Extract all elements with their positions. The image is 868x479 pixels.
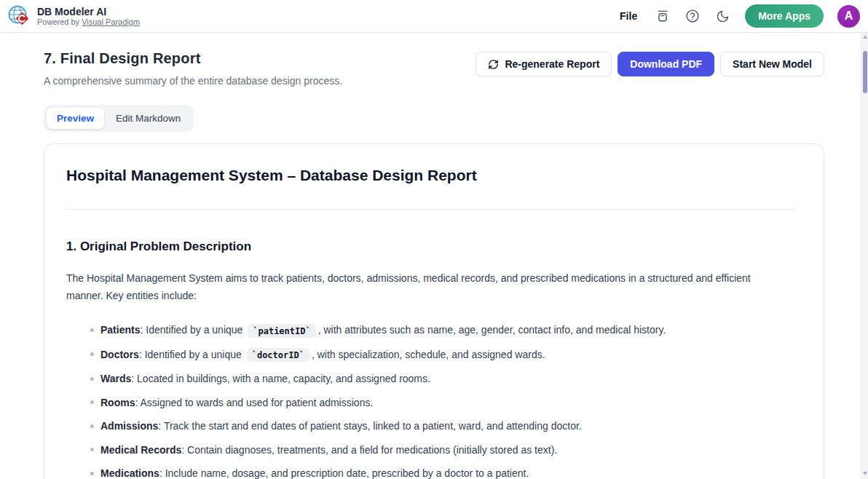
entity-list: Patients: Identified by a unique `patien… bbox=[66, 322, 794, 479]
list-item-doctors: Doctors: Identified by a unique `doctorI… bbox=[100, 347, 794, 363]
list-item-admissions: Admissions: Track the start and end date… bbox=[100, 418, 794, 434]
vertical-scrollbar[interactable] bbox=[861, 33, 868, 479]
tab-edit-markdown[interactable]: Edit Markdown bbox=[106, 108, 191, 129]
inline-code: `patientID` bbox=[248, 324, 315, 338]
download-pdf-button[interactable]: Download PDF bbox=[618, 52, 714, 76]
view-mode-tabs: Preview Edit Markdown bbox=[44, 105, 194, 132]
brand: DB Modeler AI Powered by Visual Paradigm bbox=[7, 4, 140, 28]
regenerate-report-label: Re-generate Report bbox=[505, 58, 599, 70]
list-item-medications: Medications: Include name, dosage, and p… bbox=[100, 465, 794, 479]
section-intro: The Hospital Management System aims to t… bbox=[66, 269, 773, 304]
file-menu[interactable]: File bbox=[615, 7, 642, 25]
start-new-model-button[interactable]: Start New Model bbox=[720, 52, 824, 76]
list-item-patients: Patients: Identified by a unique `patien… bbox=[100, 322, 794, 339]
page-title: 7. Final Design Report bbox=[44, 50, 342, 67]
regenerate-report-button[interactable]: Re-generate Report bbox=[476, 52, 612, 76]
tab-preview[interactable]: Preview bbox=[47, 108, 104, 129]
report-card: Hospital Management System – Database De… bbox=[44, 143, 824, 479]
report-title: Hospital Management System – Database De… bbox=[66, 167, 794, 184]
scrollbar-thumb[interactable] bbox=[863, 51, 867, 93]
section-heading: 1. Original Problem Description bbox=[66, 239, 794, 254]
page-subtitle: A comprehensive summary of the entire da… bbox=[44, 75, 342, 87]
visual-paradigm-logo-icon bbox=[7, 4, 31, 28]
list-item-rooms: Rooms: Assigned to wards and used for pa… bbox=[100, 395, 794, 411]
powered-by: Powered by Visual Paradigm bbox=[37, 17, 140, 27]
main-content: 7. Final Design Report A comprehensive s… bbox=[0, 50, 868, 479]
page-head: 7. Final Design Report A comprehensive s… bbox=[44, 50, 824, 87]
list-item-wards: Wards: Located in buildings, with a name… bbox=[100, 371, 794, 387]
divider bbox=[66, 209, 794, 210]
brand-text: DB Modeler AI Powered by Visual Paradigm bbox=[37, 6, 140, 27]
archive-icon[interactable] bbox=[654, 7, 671, 25]
page-actions: Re-generate Report Download PDF Start Ne… bbox=[476, 52, 824, 76]
app-title: DB Modeler AI bbox=[37, 6, 140, 17]
inline-code: `doctorID` bbox=[247, 348, 309, 362]
user-avatar[interactable]: A bbox=[837, 5, 860, 28]
refresh-icon bbox=[488, 59, 499, 70]
visual-paradigm-link[interactable]: Visual Paradigm bbox=[82, 17, 140, 26]
more-apps-button[interactable]: More Apps bbox=[745, 4, 824, 28]
header-toolbar: File More Apps A bbox=[615, 4, 860, 28]
help-icon[interactable] bbox=[684, 7, 701, 25]
scroll-down-arrow[interactable] bbox=[861, 469, 868, 478]
list-item-medical-records: Medical Records: Contain diagnoses, trea… bbox=[100, 442, 794, 458]
moon-icon[interactable] bbox=[714, 7, 731, 25]
powered-by-prefix: Powered by bbox=[37, 17, 79, 26]
scroll-up-arrow[interactable] bbox=[861, 33, 868, 41]
app-header: DB Modeler AI Powered by Visual Paradigm… bbox=[0, 0, 868, 33]
